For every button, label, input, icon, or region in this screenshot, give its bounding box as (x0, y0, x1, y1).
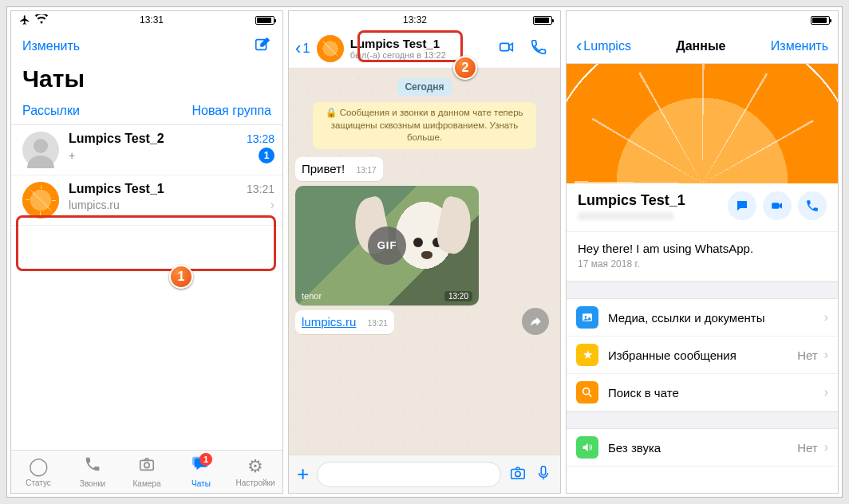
svg-rect-2 (140, 460, 154, 470)
message-bubble[interactable]: lumpics.ru 13:21 (295, 310, 394, 334)
contact-phone-blurred (578, 212, 673, 220)
chat-row[interactable]: Lumpics Test_2 13:28 + 1 (11, 125, 282, 175)
contact-name: Lumpics Test_1 (578, 192, 721, 209)
speaker-icon (576, 436, 598, 459)
svg-point-6 (515, 471, 520, 476)
chat-navbar: ‹1 Lumpics Test_1 был(-а) сегодня в 13:2… (289, 29, 560, 69)
status-time: 13:31 (140, 14, 164, 26)
chevron-right-icon: › (821, 440, 828, 455)
camera-icon[interactable] (509, 464, 527, 485)
message-time: 13:20 (444, 291, 472, 301)
svg-rect-8 (772, 203, 779, 209)
back-count: 1 (302, 41, 310, 57)
chat-time: 13:21 (247, 183, 274, 195)
row-label: Медиа, ссылки и документы (608, 311, 821, 325)
attach-icon[interactable]: + (297, 462, 309, 486)
battery-icon (811, 16, 830, 25)
battery-icon (255, 16, 274, 25)
back-button[interactable]: ‹1 (295, 38, 310, 59)
gear-icon: ⚙ (247, 456, 263, 477)
forward-icon[interactable] (522, 308, 549, 335)
tab-label: Чаты (192, 479, 211, 488)
contact-avatar[interactable] (317, 35, 344, 62)
avatar (22, 182, 59, 219)
message-link[interactable]: lumpics.ru (302, 315, 356, 329)
row-mute[interactable]: Без звука Нет › (567, 429, 838, 467)
subheader-links: Рассылки Новая группа (11, 99, 282, 125)
row-starred[interactable]: ★ Избранные сообщения Нет › (567, 337, 838, 374)
message-time: 13:17 (357, 166, 377, 175)
page-title: Данные (676, 39, 725, 53)
svg-point-11 (583, 388, 590, 395)
photo-icon (576, 306, 598, 329)
message-input[interactable] (317, 462, 501, 487)
new-group-link[interactable]: Новая группа (192, 104, 271, 118)
tab-calls[interactable]: Звонки (65, 451, 120, 493)
broadcasts-link[interactable]: Рассылки (22, 104, 80, 118)
video-icon[interactable] (763, 191, 792, 220)
row-media[interactable]: Медиа, ссылки и документы › (567, 299, 838, 337)
tab-chats[interactable]: Чаты1 (174, 451, 228, 493)
contact-status: был(-а) сегодня в 13:22 (350, 50, 446, 60)
chevron-right-icon: › (267, 198, 274, 212)
edit-button[interactable]: Изменить (771, 39, 828, 53)
status-block[interactable]: Hey there! I am using WhatsApp. 17 мая 2… (567, 232, 838, 282)
search-icon (576, 381, 598, 404)
svg-point-1 (34, 139, 48, 153)
annotation-badge-1: 1 (169, 265, 193, 289)
chat-time: 13:28 (247, 132, 274, 145)
status-text: Hey there! I am using WhatsApp. (578, 242, 827, 255)
message-bubble[interactable]: Привет! 13:17 (295, 157, 383, 181)
message-time: 13:21 (368, 319, 388, 328)
tab-camera[interactable]: Камера (120, 451, 174, 493)
battery-icon (533, 16, 552, 25)
airplane-icon (19, 14, 30, 26)
status-bar (567, 11, 838, 29)
back-button[interactable]: ‹Lumpics (576, 36, 631, 57)
contact-photo[interactable] (567, 64, 838, 183)
unread-badge: 1 (259, 148, 274, 163)
svg-rect-4 (500, 43, 509, 50)
status-bar: 13:31 (11, 11, 282, 29)
phone-contact-info: ‹Lumpics Данные Изменить Lumpics Test_1 … (566, 10, 839, 494)
row-search[interactable]: Поиск в чате › (567, 374, 838, 411)
row-value: Нет (797, 348, 818, 362)
mic-icon[interactable] (535, 464, 552, 485)
section-spacer (567, 411, 838, 429)
gif-message[interactable]: GIF tenor 13:20 (295, 186, 479, 305)
svg-rect-5 (511, 469, 525, 478)
tab-bar: ◯Статус Звонки Камера Чаты1 ⚙Настройки (11, 450, 282, 493)
tab-settings[interactable]: ⚙Настройки (228, 451, 282, 493)
section-spacer (567, 282, 838, 299)
tab-label: Настройки (235, 478, 274, 487)
status-date: 17 мая 2018 г. (578, 258, 827, 270)
chevron-right-icon: › (821, 385, 828, 400)
phone-chat-view: 13:32 ‹1 Lumpics Test_1 был(-а) сегодня … (288, 10, 561, 494)
contact-header: Lumpics Test_1 (567, 183, 838, 232)
encryption-notice[interactable]: 🔒 Сообщения и звонки в данном чате тепер… (313, 102, 536, 149)
chat-name: Lumpics Test_1 (69, 182, 164, 196)
contact-name: Lumpics Test_1 (350, 37, 440, 50)
compose-icon[interactable] (254, 36, 271, 57)
svg-point-3 (144, 463, 149, 467)
phone-chats-list: 13:31 Изменить Чаты Рассылки Новая групп… (10, 10, 283, 494)
chat-row[interactable]: Lumpics Test_1 13:21 lumpics.ru › (11, 175, 282, 226)
message-icon[interactable] (728, 191, 756, 220)
star-icon: ★ (576, 344, 598, 366)
message-text: Привет! (302, 162, 345, 175)
edit-button[interactable]: Изменить (22, 39, 80, 53)
chat-name: Lumpics Test_2 (69, 132, 164, 146)
video-call-icon[interactable] (498, 38, 515, 59)
page-title: Чаты (11, 64, 282, 99)
chat-messages-area: Сегодня 🔒 Сообщения и звонки в данном ча… (289, 69, 560, 455)
row-label: Поиск в чате (608, 386, 821, 400)
tab-label: Статус (26, 478, 51, 487)
status-bar: 13:32 (289, 11, 560, 29)
call-icon[interactable] (798, 191, 827, 220)
status-icon: ◯ (29, 456, 49, 477)
status-time: 13:32 (403, 14, 427, 26)
tab-status[interactable]: ◯Статус (11, 451, 65, 493)
contact-title-area[interactable]: Lumpics Test_1 был(-а) сегодня в 13:22 (350, 37, 498, 60)
date-separator: Сегодня (397, 78, 452, 96)
voice-call-icon[interactable] (530, 38, 547, 59)
